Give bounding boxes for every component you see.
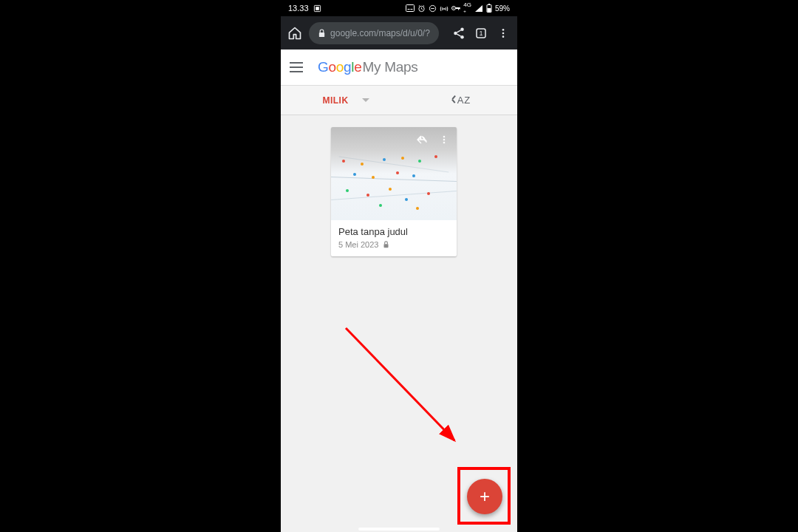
svg-rect-7 [432, 8, 435, 9]
browser-share-button[interactable] [451, 23, 467, 44]
svg-rect-17 [319, 33, 324, 37]
svg-point-27 [443, 139, 446, 141]
sort-label: AZ [457, 95, 471, 106]
map-title: Peta tanpa judul [338, 226, 449, 237]
card-share-button[interactable] [414, 132, 430, 148]
status-time: 13.33 [288, 4, 309, 13]
lock-icon [318, 29, 326, 38]
svg-point-10 [454, 7, 455, 9]
captions-icon [406, 4, 415, 12]
svg-rect-4 [411, 9, 413, 10]
app-header: GoogleMy Maps [281, 50, 517, 86]
browser-toolbar: google.com/maps/d/u/0/? 1 [281, 16, 517, 50]
svg-point-8 [443, 8, 445, 10]
menu-button[interactable] [290, 58, 307, 76]
svg-line-30 [346, 328, 454, 440]
dnd-icon [429, 4, 437, 13]
signal-icon [474, 4, 483, 13]
filter-bar: MILIK AZ [281, 86, 517, 115]
battery-icon [486, 4, 492, 13]
svg-point-26 [443, 136, 446, 138]
ownership-filter-dropdown[interactable]: MILIK [281, 86, 411, 115]
vpn-icon [451, 4, 460, 12]
map-thumbnail [331, 127, 457, 220]
ownership-filter-label: MILIK [322, 95, 348, 106]
url-bar[interactable]: google.com/maps/d/u/0/? [309, 22, 439, 44]
screenshot-indicator-icon [313, 4, 321, 13]
status-bar: 13.33 4G+ 59% [281, 0, 517, 16]
plus-icon: + [480, 486, 490, 507]
svg-rect-29 [384, 244, 389, 248]
url-text: google.com/maps/d/u/0/? [330, 28, 430, 38]
svg-rect-2 [406, 5, 415, 12]
svg-point-18 [460, 27, 464, 31]
svg-point-28 [443, 142, 446, 144]
svg-point-23 [502, 29, 505, 31]
svg-rect-1 [316, 7, 319, 10]
card-menu-button[interactable] [436, 132, 452, 148]
chevron-down-icon [362, 98, 369, 102]
google-mymaps-logo[interactable]: GoogleMy Maps [318, 59, 418, 75]
svg-rect-16 [487, 8, 491, 12]
svg-text:1: 1 [480, 30, 483, 37]
network-type: 4G+ [463, 2, 471, 14]
svg-point-24 [502, 32, 505, 34]
battery-percent: 59% [495, 4, 510, 13]
sort-button[interactable]: AZ [411, 86, 517, 115]
browser-menu-button[interactable] [495, 23, 511, 44]
svg-point-25 [502, 35, 505, 38]
svg-point-19 [454, 31, 457, 35]
map-card[interactable]: Peta tanpa judul 5 Mei 2023 [331, 127, 457, 256]
browser-home-button[interactable] [287, 23, 303, 44]
hotspot-icon [440, 4, 449, 13]
browser-tabs-button[interactable]: 1 [473, 23, 489, 44]
gesture-bar[interactable] [358, 528, 440, 531]
svg-rect-12 [458, 7, 459, 10]
map-date: 5 Mei 2023 [338, 240, 378, 249]
maps-grid: Peta tanpa judul 5 Mei 2023 + [281, 115, 517, 532]
alarm-icon [417, 4, 426, 13]
annotation-arrow [340, 322, 473, 455]
svg-rect-13 [460, 7, 460, 10]
phone-frame: 13.33 4G+ 59% google.com/maps/d/u/0/? [281, 0, 517, 532]
svg-point-20 [460, 35, 464, 39]
svg-rect-3 [408, 9, 410, 10]
create-map-fab[interactable]: + [467, 479, 502, 514]
lock-icon [383, 241, 389, 248]
svg-rect-15 [488, 4, 490, 5]
